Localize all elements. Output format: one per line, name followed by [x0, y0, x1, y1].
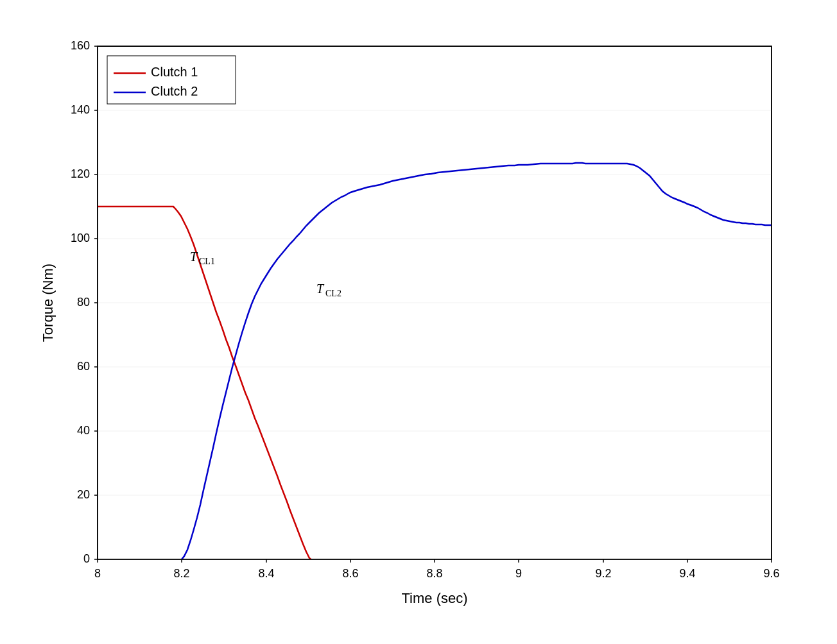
x-tick-9.0: 9 — [515, 567, 522, 580]
y-tick-100: 100 — [71, 232, 90, 244]
legend-clutch1-label: Clutch 1 — [151, 65, 198, 79]
y-tick-120: 120 — [71, 167, 90, 180]
x-tick-9.2: 9.2 — [595, 567, 611, 580]
x-tick-8.0: 8 — [94, 567, 101, 580]
y-tick-80: 80 — [77, 296, 90, 309]
annotation-tcl1-sub: CL1 — [199, 257, 215, 266]
y-axis-label: Torque (Nm) — [40, 264, 56, 342]
x-tick-8.8: 8.8 — [426, 567, 442, 580]
annotation-tcl1: T — [190, 250, 198, 264]
annotation-tcl2: T — [316, 282, 325, 296]
annotation-tcl2-sub: CL2 — [325, 289, 341, 298]
x-tick-9.4: 9.4 — [679, 567, 695, 580]
x-tick-8.6: 8.6 — [342, 567, 358, 580]
x-axis-label: Time (sec) — [401, 590, 467, 606]
y-tick-20: 20 — [77, 488, 90, 501]
legend-clutch2-label: Clutch 2 — [151, 84, 198, 98]
x-tick-8.4: 8.4 — [258, 567, 274, 580]
y-tick-0: 0 — [83, 552, 90, 565]
x-tick-8.2: 8.2 — [173, 567, 189, 580]
y-tick-160: 160 — [71, 39, 90, 52]
y-tick-140: 140 — [71, 103, 90, 116]
y-tick-40: 40 — [77, 424, 90, 437]
chart-container: 0 20 40 60 80 100 120 140 160 — [33, 27, 804, 617]
y-tick-60: 60 — [77, 360, 90, 373]
x-tick-9.6: 9.6 — [763, 567, 779, 580]
